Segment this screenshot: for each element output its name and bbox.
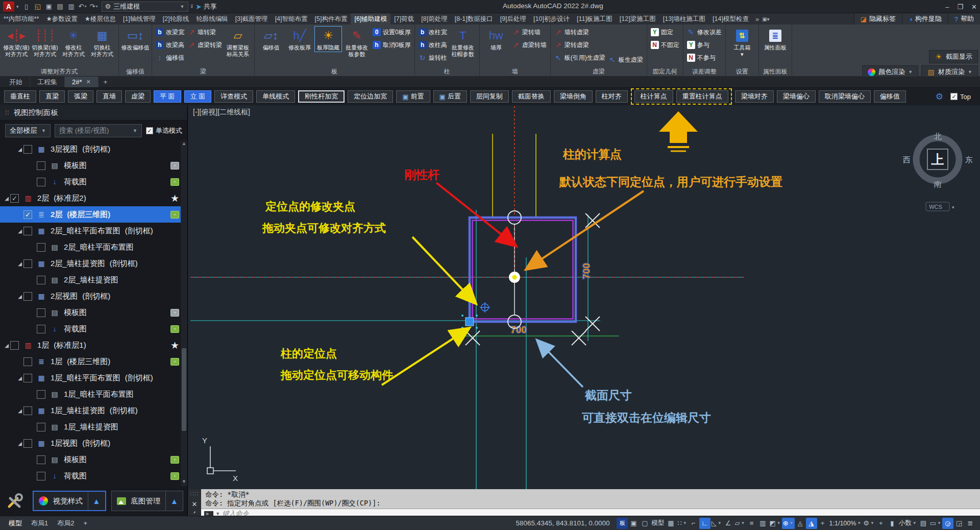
ribbon-big-button[interactable]: ≣属性面板 [762,26,789,52]
tree-row[interactable]: ▤1层_墙柱提资图 [0,419,187,435]
tree-checkbox[interactable] [23,227,32,235]
ribbon-big-button[interactable]: hw墙厚 [482,26,510,52]
search-input[interactable]: 搜索 (楼层/视图) ▼ [55,124,142,137]
thumbnail-icon[interactable]: ▫ [170,325,179,333]
star-icon[interactable]: ★ [170,340,179,351]
toolbar-button-取消梁墙偏心[interactable]: 取消梁墙偏心 [819,90,871,103]
expand-icon[interactable]: ◢ [3,196,10,201]
tree-checkbox[interactable] [37,161,45,170]
ribbon-tab[interactable]: [1]轴线管理 [119,13,159,25]
close-icon[interactable]: ✕ [192,500,198,508]
locate-point-grip[interactable] [465,318,474,326]
tree-row[interactable]: ✓≣2层(楼层三维图)▫ [0,206,187,223]
ribbon-tab[interactable]: [13]墙柱施工图 [659,13,709,25]
tree-checkbox[interactable] [37,325,45,333]
dimension-labels[interactable]: 700 700 700 700 [510,263,592,335]
ribbon-tab[interactable]: [2]轮廓线 [159,13,192,25]
status-icon[interactable]: ⌐ [688,518,699,529]
tree-row[interactable]: ◢▦2层_墙柱提资图(剖切框) [0,255,187,272]
thumbnail-icon[interactable]: ▫ [170,309,179,317]
ribbon-small-button[interactable]: 0设置0板厚 [372,26,412,38]
ribbon-small-button[interactable]: N不固定 [650,39,680,51]
status-icon[interactable]: ▱▼ [734,518,746,529]
ribbon-big-button[interactable]: ⇅工具箱▾ [728,26,756,59]
toolbar-button-直梁[interactable]: 直梁 [39,90,65,103]
tree-checkbox[interactable] [23,439,32,448]
tree-row[interactable]: ◢▦1层_暗柱平面布置图(剖切框) [0,370,187,386]
expand-icon[interactable]: ◢ [16,294,23,299]
ribbon-big-button[interactable]: ▭↕修改偏移值 [121,26,149,52]
tree-checkbox[interactable] [23,374,32,382]
tree-row[interactable]: ▤2层_墙柱提资图 [0,272,187,288]
status-icon[interactable]: ▭▼ [929,518,942,529]
tree-checkbox[interactable] [37,178,45,186]
status-icon[interactable]: + [817,518,828,529]
status-icon[interactable]: ◲ [953,518,965,529]
toolbar-button-平 面[interactable]: 平 面 [154,90,181,103]
ribbon-tab[interactable]: ★楼层信息 [81,13,119,25]
star-icon[interactable]: ★ [170,192,179,204]
toolbar-button-垂直柱[interactable]: 垂直柱 [4,90,36,103]
ribbon-tab[interactable]: [11]板施工图 [573,13,616,25]
ribbon-small-button[interactable]: h改梁高 [155,39,185,51]
ribbon-small-button[interactable]: b改柱宽 [418,26,448,38]
ribbon-tab[interactable]: [8]前处理 [418,13,451,25]
toolbar-button-直墙[interactable]: 直墙 [96,90,122,103]
layout-tab-模型[interactable]: 模型 [4,518,27,529]
ribbon-tab[interactable]: [7]荷载 [390,13,418,25]
ribbon-small-button[interactable]: Y固定 [650,26,680,38]
hide-tags-button[interactable]: ◪隐藏标签 [854,13,902,25]
tree-row[interactable]: ◢▦1层_墙柱提资图(剖切框) [0,402,187,419]
ribbon-small-button[interactable]: ↗虚梁转墙 [511,39,548,51]
visual-style-button[interactable]: 视觉样式 ▲ [33,491,106,511]
logo-dropdown-icon[interactable]: ▾ [16,4,19,9]
tree-row[interactable]: ↓荷载图▫ [0,468,187,484]
plot-icon[interactable]: ▥ [66,2,77,12]
top-view-checkbox[interactable]: ✓ Top [950,93,971,101]
tree-row[interactable]: ≣1层(楼层三维图)▫ [0,353,187,370]
tree-row[interactable]: ◢✓▥2层(标准层2)★ [0,190,187,206]
toolbar-button-偏移值[interactable]: 偏移值 [874,90,906,103]
status-icon[interactable]: ◩▼ [768,518,781,529]
status-icon[interactable]: ▦ [665,518,676,529]
layout-tab-布局2[interactable]: 布局2 [53,518,79,529]
ribbon-small-button[interactable]: b改梁宽 [155,26,185,38]
tree-checkbox[interactable] [37,243,45,252]
ribbon-big-button[interactable]: h╱修改板厚 [286,26,313,52]
tree-row[interactable]: ◢▦2层_暗柱平面布置图(剖切框) [0,223,187,239]
tree-checkbox[interactable] [23,292,32,301]
ribbon-small-button[interactable]: h取消0板厚 [372,39,412,51]
scrollbar-thumb[interactable] [182,348,186,431]
help-button[interactable]: ?帮助 [948,13,980,25]
thumbnail-icon[interactable]: ▫ [170,472,179,480]
ribbon-small-button[interactable]: h改柱高 [418,39,448,51]
ribbon-tab[interactable]: [3]截面管理 [232,13,272,25]
toolbar-button-单线模式[interactable]: 单线模式 [256,90,295,103]
ribbon-small-button[interactable]: ✎修改误差 [686,26,723,38]
expand-icon[interactable]: ◢ [16,261,23,267]
status-icon[interactable]: ▤ [918,518,929,529]
ribbon-small-button[interactable]: N不参与 [686,52,723,64]
status-icon[interactable]: ▣ [628,518,639,529]
status-icon[interactable]: ◺▼ [710,518,723,529]
toolbar-button-刚性杆加宽[interactable]: 刚性杆加宽 [298,90,345,103]
ribbon-small-button[interactable]: ↗墙转梁 [186,26,223,38]
base-map-button[interactable]: 底图管理 ▲ [111,491,184,511]
layout-tab-+[interactable]: + [79,518,92,529]
toolbar-settings-gear-icon[interactable]: ⚙ [936,91,943,102]
grip-icon[interactable]: ∷∷ [190,490,199,497]
ribbon-tab[interactable]: [4]智能布置 [272,13,311,25]
save-as-icon[interactable]: ▤ [55,2,66,12]
tree-checkbox[interactable] [23,357,32,366]
ribbon-tab[interactable]: [5]构件布置 [311,13,351,25]
status-icon[interactable]: ▮ [887,518,898,529]
ribbon-big-button[interactable]: ▱↕偏移值 [257,26,285,52]
ribbon-tab[interactable]: [12]梁施工图 [616,13,659,25]
panel-header[interactable]: ⁞⁞ 视图控制面板 [0,105,187,121]
ribbon-big-button[interactable]: ▦切换柱对齐方式 [88,26,116,59]
ribbon-tab[interactable]: **内部功能** [0,13,42,25]
status-text-模型[interactable]: 模型 [650,518,665,529]
tree-checkbox[interactable] [37,308,45,317]
toolbar-overflow-icon[interactable]: ⊽ [190,4,194,9]
open-file-icon[interactable]: ◱ [32,2,43,12]
